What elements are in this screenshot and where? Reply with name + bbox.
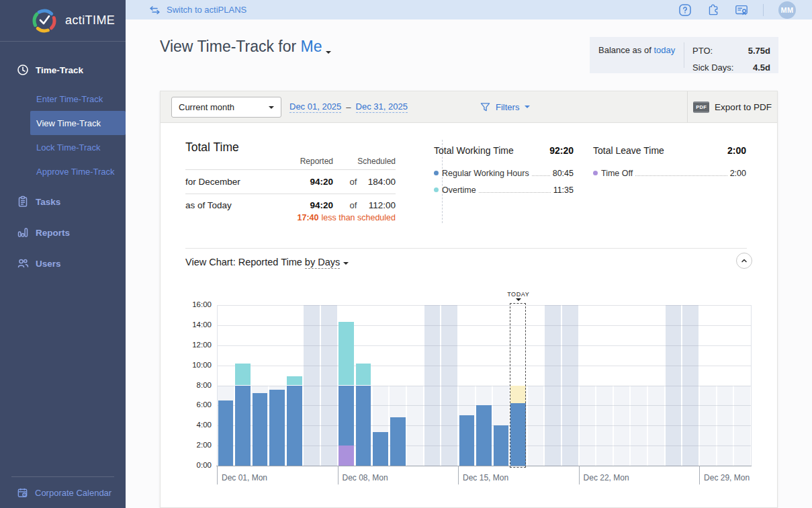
bar-segment: [459, 415, 475, 466]
bar-segment: [235, 386, 251, 466]
sidebar-item-time-track[interactable]: Time-Track: [0, 57, 126, 83]
total-leave-time-header: Total Leave Time 2:00: [593, 145, 746, 156]
filter-bar: Current month Dec 01, 2025 – Dec 31, 202…: [161, 91, 777, 123]
chevron-up-icon: [740, 257, 748, 265]
chart-mode-selector[interactable]: by Days: [305, 257, 340, 269]
week-label: Dec 22, Mon: [584, 473, 629, 482]
sidebar-item-label: Reports: [36, 228, 70, 238]
period-select[interactable]: Current month: [171, 97, 281, 118]
chevron-down-icon: [326, 51, 331, 56]
time-track-card: Current month Dec 01, 2025 – Dec 31, 202…: [160, 91, 778, 508]
scheduled-value: 184:00: [355, 177, 396, 187]
bar-segment: [356, 386, 371, 466]
export-to-pdf-button[interactable]: PDF Export to PDF: [687, 91, 777, 122]
filters-label: Filters: [496, 102, 519, 112]
week-label: Dec 01, Mon: [222, 473, 267, 482]
export-label: Export to PDF: [715, 102, 772, 112]
sidebar-footer-label: Corporate Calendar: [35, 488, 111, 498]
sidebar-nav: Time-Track Enter Time-Track View Time-Tr…: [0, 57, 126, 276]
date-from-link[interactable]: Dec 01, 2025: [289, 101, 341, 113]
legend-label: Time Off: [601, 169, 633, 178]
sidebar-item-approve-time-track[interactable]: Approve Time-Track: [0, 159, 126, 183]
deficit-text: less than scheduled: [322, 213, 396, 222]
sick-days-row: Sick Days: 4.5d: [692, 59, 770, 76]
bar-segment: [218, 400, 234, 466]
sidebar-item-enter-time-track[interactable]: Enter Time-Track: [0, 87, 126, 111]
chart-title: View Chart: Reported Time: [185, 257, 302, 267]
plot-left-edge: [217, 305, 218, 466]
switch-to-actiplans-link[interactable]: Switch to actiPLANS: [149, 5, 246, 15]
total-working-time-title: Total Working Time: [434, 145, 514, 156]
sidebar-item-lock-time-track[interactable]: Lock Time-Track: [0, 135, 126, 159]
funnel-icon: [480, 102, 490, 112]
scope-selector[interactable]: Me: [301, 38, 331, 55]
total-time-row-label: for December: [185, 177, 240, 187]
legend-value: 80:45: [553, 169, 574, 178]
reported-value: 94:20: [293, 200, 333, 210]
reports-icon: [17, 226, 29, 239]
bar-segment: [476, 405, 492, 466]
clock-icon: [17, 64, 29, 76]
chart-header: View Chart: Reported Time by Days: [185, 257, 349, 267]
integrations-puzzle-icon[interactable]: [707, 3, 720, 17]
today-box: [510, 303, 526, 468]
sidebar-item-users[interactable]: Users: [0, 251, 126, 276]
total-time-row-label: as of Today: [185, 200, 232, 210]
sidebar-footer: Corporate Calendar: [0, 476, 126, 508]
sidebar: actiTIME Time-Track Enter Time-Track Vie…: [0, 0, 126, 508]
logo[interactable]: actiTIME: [0, 0, 126, 42]
y-axis-label: 16:00: [178, 300, 212, 308]
dotted-leader: [532, 175, 550, 176]
topbar-divider: [763, 4, 764, 16]
actitime-logo-icon: [32, 8, 57, 34]
pto-label: PTO:: [692, 46, 713, 56]
bar-segment: [339, 322, 354, 386]
bar-segment: [235, 364, 251, 385]
chevron-down-icon: [525, 105, 530, 111]
legend-label: Regular Working Hours: [442, 169, 529, 178]
total-working-time-value: 92:20: [549, 145, 574, 156]
week-label: Dec 08, Mon: [343, 473, 388, 482]
bar-segment: [356, 364, 371, 385]
bar-segment: [494, 425, 509, 466]
logo-text: actiTIME: [65, 13, 115, 28]
legend-item-regular: Regular Working Hours 80:45: [434, 169, 574, 178]
avatar[interactable]: MM: [778, 1, 796, 19]
y-axis-label: 0:00: [178, 461, 212, 469]
legend-value: 2:00: [730, 169, 746, 178]
reported-value: 94:20: [293, 177, 333, 187]
sidebar-item-tasks[interactable]: Tasks: [0, 189, 126, 214]
help-icon[interactable]: [678, 3, 692, 17]
pto-value: 5.75d: [748, 46, 770, 56]
row-divider: [185, 194, 396, 194]
tasks-icon: [17, 196, 29, 208]
week-tick: [217, 466, 218, 484]
week-label: Dec 29, Mon: [704, 473, 750, 482]
gridline: [217, 305, 751, 306]
scheduled-column-header: Scheduled: [349, 157, 396, 166]
sidebar-item-label: Tasks: [36, 197, 60, 207]
reported-column-header: Reported: [293, 157, 333, 166]
balance-as-of: Balance as of today: [590, 37, 684, 73]
date-separator: –: [346, 102, 351, 112]
week-tick: [338, 466, 339, 484]
date-to-link[interactable]: Dec 31, 2025: [356, 101, 408, 113]
total-time-title: Total Time: [185, 140, 239, 155]
sidebar-item-view-time-track[interactable]: View Time-Track: [30, 111, 126, 135]
sidebar-item-label: Users: [36, 259, 61, 269]
y-axis-label: 8:00: [178, 381, 212, 389]
sidebar-item-corporate-calendar[interactable]: Corporate Calendar: [0, 477, 126, 508]
bar-segment: [339, 386, 354, 446]
gridline: [217, 345, 751, 346]
period-select-value: Current month: [179, 102, 234, 112]
y-axis-label: 2:00: [178, 441, 212, 449]
sidebar-item-reports[interactable]: Reports: [0, 220, 126, 245]
license-icon[interactable]: [735, 3, 748, 17]
today-pointer-icon: [516, 298, 521, 304]
filters-button[interactable]: Filters: [480, 91, 530, 122]
legend-value: 11:35: [553, 185, 574, 195]
switch-link-label: Switch to actiPLANS: [167, 5, 246, 15]
today-link[interactable]: today: [653, 45, 675, 55]
collapse-chart-button[interactable]: [736, 253, 752, 269]
page-title: View Time-Track for Me: [160, 38, 331, 56]
